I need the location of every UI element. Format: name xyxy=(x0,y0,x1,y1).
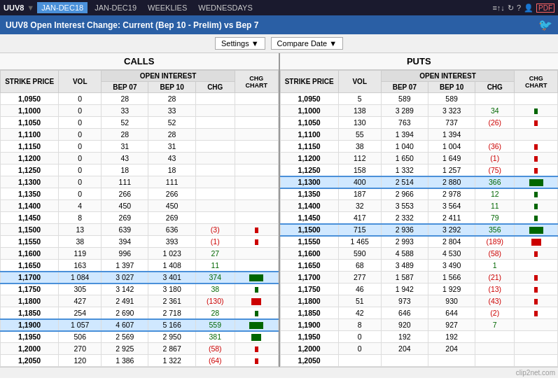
twitter-icon[interactable]: 🐦 xyxy=(538,18,552,31)
table-row: 1,0950 5 589 589 xyxy=(280,93,558,105)
nav-separator: ▼ xyxy=(27,4,34,12)
calls-section: CALLS STRIKE PRICE VOL OPEN INTEREST CHG… xyxy=(0,53,280,367)
cell-bep07: 589 xyxy=(381,93,428,105)
pdf-icon[interactable]: PDF xyxy=(536,4,554,13)
cell-bep07: 1 332 xyxy=(381,164,428,176)
cell-bep07: 1 040 xyxy=(381,141,428,153)
cell-vol: 0 xyxy=(59,188,102,200)
cell-chart xyxy=(515,319,558,331)
cell-bep10: 636 xyxy=(148,224,195,236)
cell-chg: (75) xyxy=(475,164,515,176)
cell-vol: 0 xyxy=(59,176,102,188)
cell-vol: 46 xyxy=(338,284,381,295)
help-icon[interactable]: ? xyxy=(517,4,521,12)
cell-bep10: 2 411 xyxy=(428,212,475,224)
cell-chart xyxy=(235,224,278,236)
settings-bar: Settings ▼ Compare Date ▼ xyxy=(0,34,558,53)
tab-wednesdays[interactable]: WEDNESDAYS xyxy=(194,2,256,13)
cell-strike: 1,1150 xyxy=(280,141,338,153)
tab-jan-dec18[interactable]: JAN-DEC18 xyxy=(37,2,88,13)
cell-bep10: 1 023 xyxy=(148,248,195,260)
cell-chg: 381 xyxy=(195,331,235,343)
cell-chart xyxy=(515,93,558,105)
cell-chg xyxy=(195,188,235,200)
user-icon[interactable]: 👤 xyxy=(524,4,533,13)
cell-bep10: 589 xyxy=(428,93,475,105)
cell-vol: 0 xyxy=(338,343,381,355)
cell-chart xyxy=(235,272,278,284)
cell-bep10: 269 xyxy=(148,212,195,224)
cell-strike: 1,1100 xyxy=(1,129,59,141)
cell-strike: 1,1700 xyxy=(280,272,338,284)
cell-chg xyxy=(195,117,235,129)
cell-strike: 1,1000 xyxy=(280,105,338,117)
cell-vol: 55 xyxy=(338,129,381,141)
table-row: 1,1500 13 639 636 (3) xyxy=(1,224,279,236)
puts-oi-header: OPEN INTEREST xyxy=(381,71,515,82)
cell-bep07: 52 xyxy=(102,117,148,129)
cell-strike: 1,1050 xyxy=(280,117,338,129)
cell-strike: 1,1350 xyxy=(280,188,338,200)
cell-bep07: 192 xyxy=(381,331,428,343)
cell-chart xyxy=(515,236,558,248)
cell-chg: (3) xyxy=(195,224,235,236)
cell-chg xyxy=(195,105,235,117)
cell-chart xyxy=(515,295,558,307)
puts-tbody: 1,0950 5 589 589 1,1000 138 3 289 3 323 … xyxy=(280,93,558,367)
table-row: 1,2000 0 204 204 xyxy=(280,343,558,355)
calls-vol-header: VOL xyxy=(59,71,102,93)
table-row: 1,1600 119 996 1 023 27 xyxy=(1,248,279,260)
cell-vol: 158 xyxy=(338,164,381,176)
calls-bep07-header: BEP 07 xyxy=(102,82,148,93)
cell-strike: 1,2050 xyxy=(1,355,59,367)
table-row: 1,1650 68 3 489 3 490 1 xyxy=(280,260,558,272)
cell-vol: 5 xyxy=(338,93,381,105)
cell-chg: (43) xyxy=(475,295,515,307)
cell-chg xyxy=(195,176,235,188)
table-row: 1,1400 4 450 450 xyxy=(1,200,279,212)
settings-button[interactable]: Settings ▼ xyxy=(215,37,265,50)
table-row: 1,1850 42 646 644 (2) xyxy=(280,307,558,319)
cell-strike: 1,1200 xyxy=(1,153,59,164)
cell-bep07: 4 588 xyxy=(381,248,428,260)
cell-vol: 119 xyxy=(59,248,102,260)
cell-chart xyxy=(515,105,558,117)
refresh-icon[interactable]: ↻ xyxy=(508,4,514,13)
compare-date-button[interactable]: Compare Date ▼ xyxy=(271,37,343,50)
table-row: 1,1900 1 057 4 607 5 166 559 xyxy=(1,319,279,331)
cell-chg xyxy=(195,164,235,176)
cell-bep07: 3 142 xyxy=(102,284,148,295)
cell-strike: 1,0950 xyxy=(280,93,338,105)
calls-bep10-header: BEP 10 xyxy=(148,82,195,93)
table-row: 1,1600 590 4 588 4 530 (58) xyxy=(280,248,558,260)
cell-strike: 1,1500 xyxy=(1,224,59,236)
table-row: 1,2050 120 1 386 1 322 (64) xyxy=(1,355,279,367)
cell-bep07 xyxy=(381,355,428,367)
cell-bep07: 3 289 xyxy=(381,105,428,117)
cell-bep10: 33 xyxy=(148,105,195,117)
cell-chart xyxy=(235,117,278,129)
cell-bep07: 1 397 xyxy=(102,260,148,272)
cell-bep10: 393 xyxy=(148,236,195,248)
cell-strike: 1,1450 xyxy=(1,212,59,224)
cell-bep10: 4 530 xyxy=(428,248,475,260)
tab-weeklies[interactable]: WEEKLIES xyxy=(144,2,191,13)
main-content: CALLS STRIKE PRICE VOL OPEN INTEREST CHG… xyxy=(0,53,558,367)
cell-chart xyxy=(515,272,558,284)
cell-bep10: 1 649 xyxy=(428,153,475,164)
cell-bep07: 2 966 xyxy=(381,188,428,200)
cell-bep10: 1 929 xyxy=(428,284,475,295)
cell-chg: 38 xyxy=(195,284,235,295)
tab-jan-dec19[interactable]: JAN-DEC19 xyxy=(90,2,141,13)
cell-bep10: 31 xyxy=(148,141,195,153)
cell-vol: 254 xyxy=(59,307,102,319)
table-row: 1,1350 0 266 266 xyxy=(1,188,279,200)
cell-bep10: 5 166 xyxy=(148,319,195,331)
cell-vol: 32 xyxy=(338,200,381,212)
menu-icon[interactable]: ≡↑↓ xyxy=(492,4,504,12)
cell-strike: 1,1800 xyxy=(280,295,338,307)
cell-chart xyxy=(235,200,278,212)
cell-vol: 130 xyxy=(338,117,381,129)
cell-bep10: 1 566 xyxy=(428,272,475,284)
cell-strike: 1,1800 xyxy=(1,295,59,307)
